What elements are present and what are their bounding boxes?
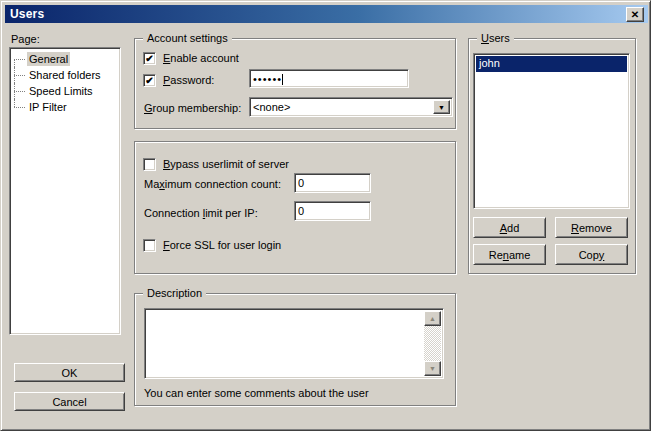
users-dialog: Users ✕ Page: General Shared folders Spe… — [0, 0, 651, 431]
tree-connector — [14, 91, 25, 92]
enable-account-label: Enable account — [163, 52, 239, 65]
add-button-label: Add — [500, 222, 520, 234]
enable-account-checkbox[interactable]: ✔ — [143, 52, 156, 65]
window-title: Users — [10, 7, 44, 21]
rename-user-button[interactable]: Rename — [473, 244, 546, 265]
connection-limit-per-ip-label: Connection limit per IP: — [144, 207, 258, 220]
max-connection-count-input[interactable]: 0 — [294, 173, 371, 193]
remove-user-button[interactable]: Remove — [555, 217, 628, 238]
tree-item-speed-limits[interactable]: Speed Limits — [10, 83, 120, 99]
copy-button-label: Copy — [579, 249, 605, 261]
description-textarea[interactable]: ▲ ▼ — [144, 308, 444, 379]
force-ssl-checkbox[interactable] — [143, 239, 156, 252]
cancel-button[interactable]: Cancel — [14, 392, 125, 411]
tree-item-ip-filter[interactable]: IP Filter — [10, 99, 120, 115]
cancel-button-label: Cancel — [52, 396, 86, 408]
scroll-up-icon[interactable]: ▲ — [424, 311, 441, 326]
tree-item-label: Shared folders — [27, 68, 103, 82]
rename-button-label: Rename — [489, 249, 531, 261]
connection-limit-per-ip-value: 0 — [298, 205, 304, 217]
password-input[interactable]: •••••• — [249, 69, 409, 88]
max-connection-count-label: Maximum connection count: — [144, 178, 281, 191]
bypass-userlimit-checkbox[interactable] — [143, 158, 156, 171]
tree-item-label: IP Filter — [27, 100, 69, 114]
password-label: Password: — [163, 74, 214, 87]
tree-item-shared-folders[interactable]: Shared folders — [10, 67, 120, 83]
tree-item-general[interactable]: General — [10, 51, 120, 67]
account-settings-caption: Account settings — [143, 32, 232, 45]
tree-connector — [14, 59, 15, 67]
users-caption: Users — [477, 32, 514, 45]
max-connection-count-value: 0 — [298, 177, 304, 189]
page-tree[interactable]: General Shared folders Speed Limits IP F… — [9, 47, 121, 335]
group-membership-label: Group membership: — [144, 102, 241, 115]
password-checkbox[interactable]: ✔ — [143, 74, 156, 87]
description-scrollbar[interactable]: ▲ ▼ — [424, 311, 441, 376]
group-membership-value: <none> — [253, 100, 290, 114]
checkmark-icon: ✔ — [145, 76, 153, 86]
add-user-button[interactable]: Add — [473, 217, 546, 238]
remove-button-label: Remove — [571, 222, 612, 234]
tree-item-label: General — [27, 52, 70, 66]
ok-button-label: OK — [62, 367, 78, 379]
text-caret — [282, 74, 283, 85]
group-membership-select[interactable]: <none> ▼ — [249, 97, 453, 117]
tree-connector — [14, 99, 15, 107]
ok-button[interactable]: OK — [14, 363, 125, 382]
list-item-label: john — [479, 57, 500, 69]
copy-user-button[interactable]: Copy — [555, 244, 628, 265]
chevron-down-icon[interactable]: ▼ — [433, 100, 450, 114]
scroll-down-icon[interactable]: ▼ — [424, 361, 441, 376]
page-label: Page: — [11, 33, 40, 46]
list-item-john[interactable]: john — [476, 56, 627, 72]
connection-limit-per-ip-input[interactable]: 0 — [294, 201, 371, 221]
description-hint: You can enter some comments about the us… — [144, 387, 369, 400]
titlebar[interactable]: Users — [5, 5, 648, 23]
close-icon: ✕ — [631, 10, 639, 20]
tree-item-label: Speed Limits — [27, 84, 95, 98]
password-value: •••••• — [253, 73, 282, 85]
force-ssl-label: Force SSL for user login — [163, 239, 281, 252]
bypass-userlimit-label: Bypass userlimit of server — [163, 158, 289, 171]
tree-connector — [14, 59, 25, 60]
tree-connector — [14, 75, 25, 76]
tree-connector — [14, 107, 25, 108]
checkmark-icon: ✔ — [145, 54, 153, 64]
users-list[interactable]: john — [473, 53, 630, 209]
close-button[interactable]: ✕ — [626, 7, 644, 22]
description-caption: Description — [143, 287, 206, 300]
